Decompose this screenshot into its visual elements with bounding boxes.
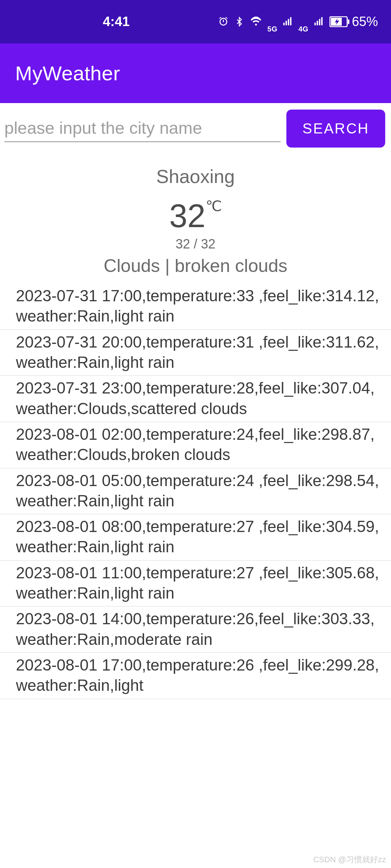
network-4g-label: 4G [298, 25, 308, 33]
battery-status: 65% [329, 14, 378, 29]
alarm-icon [218, 16, 229, 27]
svg-rect-1 [348, 20, 349, 24]
temperature-unit: ℃ [206, 199, 222, 213]
forecast-item: 2023-08-01 02:00,temperature:24,feel_lik… [0, 422, 391, 468]
forecast-item: 2023-08-01 17:00,temperature:26 ,feel_li… [0, 653, 391, 699]
app-title: MyWeather [15, 61, 120, 85]
forecast-item: 2023-08-01 05:00,temperature:24 ,feel_li… [0, 468, 391, 515]
weather-condition: Clouds | broken clouds [0, 255, 391, 276]
forecast-item: 2023-07-31 20:00,temperature:31 ,feel_li… [0, 330, 391, 376]
battery-percent: 65% [352, 14, 378, 29]
forecast-item: 2023-08-01 11:00,temperature:27 ,feel_li… [0, 561, 391, 607]
network-5g-label: 5G [268, 25, 278, 33]
status-right: 5G 4G 65% [218, 10, 378, 33]
temperature-range: 32 / 32 [0, 237, 391, 252]
forecast-list[interactable]: 2023-07-31 17:00,temperature:33 ,feel_li… [0, 284, 391, 699]
search-button[interactable]: SEARCH [286, 110, 385, 148]
signal-bars-icon [314, 16, 324, 27]
city-name: Shaoxing [0, 166, 391, 187]
forecast-item: 2023-08-01 08:00,temperature:27 ,feel_li… [0, 514, 391, 561]
app-bar: MyWeather [0, 43, 391, 103]
current-weather: Shaoxing 32 ℃ 32 / 32 Clouds | broken cl… [0, 148, 391, 284]
signal-bars-icon [282, 16, 293, 27]
status-time: 4:41 [103, 14, 130, 29]
forecast-item: 2023-08-01 14:00,temperature:26,feel_lik… [0, 607, 391, 653]
bluetooth-icon [234, 16, 244, 27]
status-bar: 4:41 5G 4G 65% [0, 0, 391, 43]
search-row: SEARCH [0, 103, 391, 148]
battery-icon [329, 16, 350, 27]
temperature-value: 32 [169, 200, 205, 232]
wifi-icon [249, 16, 262, 27]
watermark: CSDN @习惯就好zz [313, 854, 386, 865]
forecast-item: 2023-07-31 17:00,temperature:33 ,feel_li… [0, 284, 391, 330]
temperature-display: 32 ℃ [0, 200, 391, 232]
forecast-item: 2023-07-31 23:00,temperature:28,feel_lik… [0, 376, 391, 422]
city-input[interactable] [4, 115, 281, 142]
